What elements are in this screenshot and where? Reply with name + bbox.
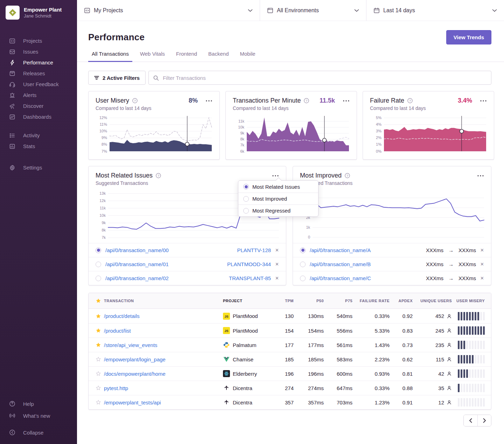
transaction-link[interactable]: /store/api_view_events (104, 342, 223, 348)
project-cell[interactable]: Palmatum (223, 341, 275, 348)
transaction-link[interactable]: /api/0/transaction_name/01 (105, 261, 169, 267)
unique-users-cell: 235 (413, 342, 452, 348)
close-icon[interactable]: ✕ (480, 262, 484, 266)
radio-button[interactable] (96, 262, 101, 267)
org-switcher[interactable]: Empower Plant Jane Schmidt (0, 0, 77, 25)
star-icon[interactable] (89, 342, 104, 348)
radio-button[interactable] (300, 248, 306, 253)
radio-button[interactable] (300, 262, 306, 267)
project-cell[interactable]: JSPlantMood (223, 327, 275, 334)
menu-item-most-regressed[interactable]: Most Regressed (238, 204, 318, 216)
transaction-link[interactable]: /api/0/transaction_name/02 (105, 275, 169, 281)
duration-before: XXXms (426, 247, 443, 253)
card-menu-icon[interactable] (205, 100, 212, 102)
close-icon[interactable]: ✕ (275, 276, 279, 280)
sidebar-item-projects[interactable]: Projects (0, 35, 77, 46)
transaction-link[interactable]: /empowerplant/login_page (104, 356, 223, 362)
sidebar-item-discover[interactable]: Discover (0, 100, 77, 111)
project-cell[interactable]: Dicentra (223, 399, 275, 406)
sidebar-item-alerts[interactable]: Alerts (0, 90, 77, 100)
card-menu-icon[interactable] (272, 175, 279, 176)
sidebar-item-settings[interactable]: Settings (0, 162, 77, 173)
sidebar-item-performance[interactable]: Performance (0, 57, 77, 68)
svg-text:3%: 3% (376, 129, 382, 133)
star-icon[interactable] (89, 356, 104, 362)
date-range-label: Last 14 days (383, 7, 415, 14)
transaction-link[interactable]: /product/details (104, 313, 223, 319)
search-input[interactable] (148, 71, 491, 85)
main-area: My Projects All Environments Last 14 day… (77, 0, 504, 444)
project-cell[interactable]: Elderberry (223, 370, 275, 377)
tab-mobile[interactable]: Mobile (236, 51, 259, 62)
sidebar-collapse-button[interactable]: Collapse (0, 426, 77, 438)
environment-filter-dropdown[interactable]: All Environments (260, 0, 366, 21)
tab-all-transactions[interactable]: All Transactions (88, 51, 132, 62)
sidebar-item-releases[interactable]: Releases (0, 68, 77, 79)
star-icon[interactable] (89, 400, 104, 405)
radio-button[interactable] (300, 276, 306, 281)
sidebar-item-stats[interactable]: Stats (0, 141, 77, 152)
transactions-per-minute-chart: 6k7k8k9k10k11k (233, 114, 350, 156)
transaction-link[interactable]: /api/0/transaction_name/B (310, 261, 371, 267)
menu-item-most-improved[interactable]: Most Improved (238, 193, 318, 204)
sidebar-item-what-s-new[interactable]: What’s new (0, 410, 77, 422)
transaction-link[interactable]: /empowerplant_tests/api (104, 400, 223, 405)
help-icon[interactable]: ? (407, 98, 413, 104)
close-icon[interactable]: ✕ (480, 276, 484, 280)
transaction-link[interactable]: /product/list (104, 328, 223, 334)
previous-page-button[interactable] (464, 415, 477, 426)
star-icon[interactable] (89, 385, 104, 391)
help-icon[interactable]: ? (132, 98, 138, 104)
card-subtitle: Compared to last 14 days (96, 105, 212, 111)
close-icon[interactable]: ✕ (480, 248, 484, 252)
issue-link[interactable]: PLANTTV-128 (237, 247, 271, 253)
star-icon[interactable] (89, 328, 104, 333)
svg-text:8%: 8% (102, 142, 107, 146)
card-menu-icon[interactable] (343, 100, 350, 102)
pagination (88, 415, 491, 426)
star-icon[interactable] (89, 298, 104, 304)
tab-web-vitals[interactable]: Web Vitals (136, 51, 168, 62)
sidebar-item-label: Stats (23, 143, 35, 149)
p50-cell: 357ms (294, 400, 324, 405)
sidebar-item-activity[interactable]: Activity (0, 130, 77, 141)
issue-link[interactable]: PLANTMOOD-344 (227, 261, 271, 267)
user-misery-chart: 7%8%9%10%11%12% (96, 114, 212, 156)
close-icon[interactable]: ✕ (275, 262, 279, 266)
help-icon[interactable]: ? (344, 173, 350, 179)
tab-backend[interactable]: Backend (205, 51, 232, 62)
help-icon[interactable]: ? (303, 98, 309, 104)
tab-frontend[interactable]: Frontend (173, 51, 201, 62)
apdex-cell: 0.91 (390, 400, 413, 405)
project-cell[interactable]: Dicentra (223, 384, 275, 391)
card-menu-icon[interactable] (480, 100, 487, 102)
next-page-button[interactable] (477, 415, 491, 426)
view-trends-button[interactable]: View Trends (446, 30, 491, 44)
sidebar-item-user-feedback[interactable]: User Feedback (0, 79, 77, 90)
project-filter-dropdown[interactable]: My Projects (77, 0, 260, 21)
date-range-dropdown[interactable]: Last 14 days (366, 0, 504, 21)
related-issue-row: /api/0/transaction_name/00PLANTTV-128✕ (89, 243, 286, 257)
star-icon[interactable] (89, 313, 104, 319)
radio-button[interactable] (96, 276, 101, 281)
help-icon[interactable]: ? (155, 173, 161, 179)
sidebar-item-issues[interactable]: Issues (0, 46, 77, 57)
transaction-link[interactable]: pytest.http (104, 385, 223, 391)
project-cell[interactable]: JSPlantMood (223, 313, 275, 320)
svg-text:0%: 0% (376, 149, 382, 153)
radio-button[interactable] (96, 248, 101, 253)
project-cell[interactable]: Chamise (223, 356, 275, 363)
transaction-link[interactable]: /docs/empowerplant/home (104, 371, 223, 377)
svg-text:7k: 7k (102, 235, 106, 240)
card-menu-icon[interactable] (477, 175, 484, 176)
active-filters-button[interactable]: 2 Active Filters (88, 71, 146, 85)
sidebar-item-help[interactable]: Help (0, 398, 77, 410)
sidebar-item-dashboards[interactable]: Dashboards (0, 111, 77, 122)
transaction-link[interactable]: /api/0/transaction_name/00 (105, 247, 169, 253)
transaction-link[interactable]: /api/0/transaction_name/C (310, 275, 371, 281)
issue-link[interactable]: TRANSPLANT-85 (229, 275, 271, 281)
star-icon[interactable] (89, 371, 104, 376)
close-icon[interactable]: ✕ (275, 248, 279, 252)
transaction-link[interactable]: /api/0/transaction_name/A (310, 247, 371, 253)
failure-rate-card: Failure Rate?3.4%Compared to last 14 day… (363, 91, 494, 160)
